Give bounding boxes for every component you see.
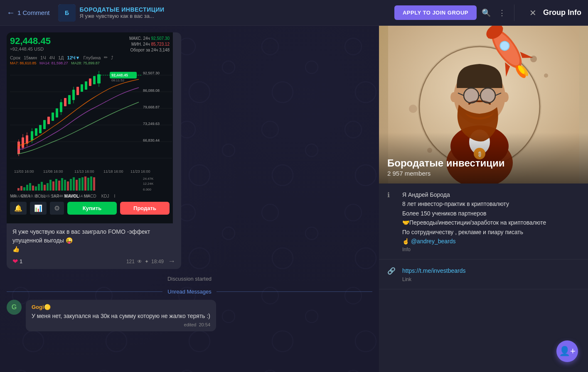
join-group-button[interactable]: APPLY TO JOIN GROUP	[394, 5, 477, 20]
group-hero: ₿	[379, 26, 588, 184]
link-label: Link	[402, 277, 580, 282]
description-section: ℹ Я Андрей Борода 8 лет инвестор-практик…	[379, 184, 588, 259]
user-name: Gogi🟡	[32, 304, 210, 310]
chat-panel: 92,448.45 ≈92,448.45 USD МАКС. 24ч 92,50…	[0, 26, 379, 372]
header-icons: 🔍 ⋮	[482, 8, 506, 17]
main-content: 92,448.45 ≈92,448.45 USD МАКС. 24ч 92,50…	[0, 26, 588, 372]
svg-point-89	[465, 89, 478, 102]
reaction-count: 1	[20, 258, 22, 264]
svg-rect-40	[85, 81, 87, 90]
link-chain-icon: 🔗	[387, 267, 396, 275]
svg-rect-66	[58, 181, 60, 191]
tf-depth[interactable]: Глубина	[83, 55, 101, 60]
svg-rect-38	[76, 87, 79, 95]
avatar-letter: G	[12, 303, 17, 311]
back-icon: ←	[7, 8, 15, 17]
buy-button[interactable]: Купить	[67, 202, 117, 215]
analysis-icon-btn[interactable]: 📊	[30, 202, 47, 215]
chart-timeframes: Срок 15мин 1Ч 4Ч 1Д 12Ч▼ Глубина ✏ ⤴	[10, 55, 170, 60]
settings-icon-btn[interactable]: ⚙	[50, 202, 64, 215]
search-icon[interactable]: 🔍	[482, 8, 491, 17]
chart-oborot: Оборот за 24ч 3,148	[129, 47, 170, 53]
svg-text:11/18 16:00: 11/18 16:00	[103, 169, 123, 174]
chart-volume: 24.47K 12.24K 6.000	[10, 176, 170, 192]
reaction[interactable]: ❤ 1	[12, 257, 22, 265]
message-time: 18:49	[151, 259, 164, 264]
discussion-started-divider: Discussion started	[7, 276, 372, 282]
right-panel: ₿	[379, 26, 588, 372]
svg-text:86,088.08: 86,088.08	[143, 88, 160, 93]
svg-text:11/08 16:00: 11/08 16:00	[43, 169, 63, 174]
svg-rect-28	[43, 120, 46, 129]
svg-rect-35	[68, 95, 71, 104]
svg-rect-34	[64, 98, 66, 106]
svg-rect-74	[81, 177, 84, 191]
forward-arrow[interactable]: →	[168, 257, 175, 266]
group-info-title: Group Info	[543, 8, 581, 17]
link-section: 🔗 https://t.me/investbeards Link	[379, 259, 588, 289]
chart-bottom-icons: 🔔 📊 ⚙	[10, 202, 64, 215]
tf-12h[interactable]: 12Ч▼	[67, 55, 80, 60]
message-text: Я уже чувствую как в вас заиграло FOMO -…	[7, 223, 181, 255]
chart-ma: MA7: 86,610.85 MA14: 81,598.27 MA28: 75,…	[10, 61, 170, 65]
heart-emoji: ❤	[12, 257, 18, 265]
message-footer: ❤ 1 121 👁 ✦ 18:49 →	[7, 255, 181, 269]
chat-scroll[interactable]: 92,448.45 ≈92,448.45 USD МАКС. 24ч 92,50…	[0, 26, 379, 372]
user-footer: edited 20:54	[32, 322, 210, 327]
sell-button[interactable]: Продать	[120, 202, 170, 215]
channel-avatar: Б	[58, 4, 76, 22]
chart-stats: МАКС. 24ч 92,507.30 МИН. 24ч 85,723.12 О…	[129, 36, 170, 53]
edited-label: edited	[184, 322, 197, 327]
alert-icon-btn[interactable]: 🔔	[10, 202, 27, 215]
svg-rect-55	[26, 185, 28, 191]
svg-rect-31	[56, 108, 58, 117]
svg-rect-62	[47, 183, 49, 191]
add-member-icon: 👤+	[559, 346, 576, 357]
svg-text:24.47K: 24.47K	[143, 177, 154, 181]
group-link[interactable]: https://t.me/investbeards	[402, 267, 466, 274]
svg-rect-41	[89, 78, 91, 86]
tf-срок: Срок	[10, 55, 20, 60]
svg-text:Б: Б	[65, 10, 69, 16]
channel-text: БОРОДАТЫЕ ИНВЕСТИЦИИ Я уже чувствую как …	[80, 6, 165, 19]
back-button[interactable]: ← 1 Comment	[7, 8, 50, 17]
message-meta: 121 👁 ✦ 18:49	[126, 259, 164, 264]
volume-label: VOLUME: 10.1K MAS: 18.24K MA10: 14.58K	[10, 194, 170, 198]
group-info-header: ✕ Group Info	[529, 8, 581, 18]
message-chart-image: 92,448.45 ≈92,448.45 USD МАКС. 24ч 92,50…	[7, 32, 173, 223]
chart-price: 92,448.45	[10, 36, 51, 46]
link-text: https://t.me/investbeards	[402, 266, 580, 275]
svg-rect-29	[47, 117, 50, 124]
divider	[514, 5, 514, 21]
handle-link[interactable]: @andrey_beards	[411, 238, 456, 245]
unread-line-left	[7, 291, 162, 292]
svg-rect-30	[52, 113, 54, 121]
svg-point-105	[530, 56, 537, 62]
svg-point-86	[450, 92, 457, 102]
svg-point-106	[544, 73, 548, 78]
tf-1h[interactable]: 1Ч	[40, 55, 46, 60]
tf-4h[interactable]: 4Ч	[49, 55, 54, 60]
svg-text:6.000: 6.000	[143, 188, 152, 191]
svg-text:08:11:52: 08:11:52	[111, 78, 125, 82]
tf-15min[interactable]: 15мин	[24, 55, 37, 60]
view-count: 121	[126, 259, 135, 264]
close-icon[interactable]: ✕	[529, 8, 536, 18]
channel-name: БОРОДАТЫЕ ИНВЕСТИЦИИ	[80, 6, 165, 13]
svg-rect-56	[29, 183, 31, 191]
description-text: Я Андрей Борода 8 лет инвестор-практик в…	[402, 190, 580, 246]
unread-messages-divider: Unread Messages	[7, 289, 372, 295]
svg-rect-69	[67, 181, 69, 191]
user-time: 20:54	[199, 322, 211, 327]
chart-price-info: 92,448.45 ≈92,448.45 USD	[10, 36, 51, 51]
more-icon[interactable]: ⋮	[498, 8, 506, 17]
info-label: Info	[402, 247, 580, 252]
message-bubble: 92,448.45 ≈92,448.45 USD МАКС. 24ч 92,50…	[7, 32, 181, 269]
svg-rect-72	[76, 180, 78, 191]
link-row: 🔗 https://t.me/investbeards Link	[387, 266, 580, 282]
channel-info: Б БОРОДАТЫЕ ИНВЕСТИЦИИ Я уже чувствую ка…	[58, 4, 389, 22]
tf-1d[interactable]: 1Д	[58, 55, 64, 60]
chart-max: МАКС. 24ч 92,507.30	[129, 36, 170, 42]
svg-rect-61	[44, 185, 46, 191]
add-member-fab[interactable]: 👤+	[556, 340, 578, 362]
